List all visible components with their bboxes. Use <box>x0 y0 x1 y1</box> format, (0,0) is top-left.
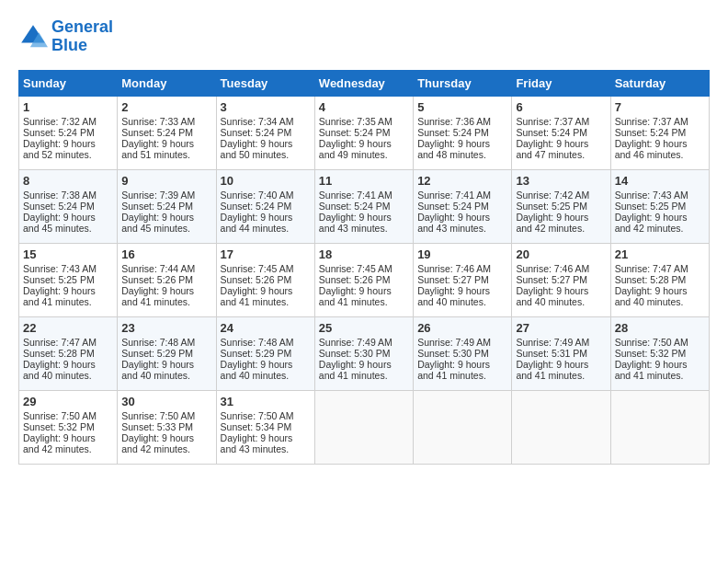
sunrise: Sunrise: 7:49 AM <box>516 337 589 348</box>
calendar-cell: 22Sunrise: 7:47 AMSunset: 5:28 PMDayligh… <box>19 316 118 390</box>
logo-text: General Blue <box>51 18 113 55</box>
daylight: Daylight: 9 hours and 41 minutes. <box>319 359 392 381</box>
sunset: Sunset: 5:25 PM <box>516 201 587 212</box>
calendar-cell: 1Sunrise: 7:32 AMSunset: 5:24 PMDaylight… <box>19 96 118 169</box>
logo: General Blue <box>18 18 113 55</box>
day-number: 2 <box>121 100 211 114</box>
calendar-cell: 31Sunrise: 7:50 AMSunset: 5:34 PMDayligh… <box>216 390 314 464</box>
sunrise: Sunrise: 7:50 AM <box>615 337 688 348</box>
daylight: Daylight: 9 hours and 47 minutes. <box>516 138 588 160</box>
daylight: Daylight: 9 hours and 41 minutes. <box>319 285 392 307</box>
day-number: 30 <box>121 395 211 408</box>
calendar-cell <box>314 390 413 464</box>
header-row: SundayMondayTuesdayWednesdayThursdayFrid… <box>19 70 710 96</box>
calendar-cell: 14Sunrise: 7:43 AMSunset: 5:25 PMDayligh… <box>610 169 709 243</box>
calendar-cell: 16Sunrise: 7:44 AMSunset: 5:26 PMDayligh… <box>118 243 216 316</box>
day-number: 5 <box>417 100 507 114</box>
day-number: 21 <box>615 247 705 261</box>
daylight: Daylight: 9 hours and 43 minutes. <box>221 432 293 454</box>
calendar-cell: 11Sunrise: 7:41 AMSunset: 5:24 PMDayligh… <box>314 169 413 243</box>
day-number: 3 <box>221 100 311 114</box>
sunset: Sunset: 5:24 PM <box>319 201 391 212</box>
calendar-cell: 12Sunrise: 7:41 AMSunset: 5:24 PMDayligh… <box>414 169 512 243</box>
sunrise: Sunrise: 7:38 AM <box>23 190 97 201</box>
calendar-cell <box>512 390 610 464</box>
column-header-friday: Friday <box>512 70 610 96</box>
sunrise: Sunrise: 7:46 AM <box>417 263 491 274</box>
daylight: Daylight: 9 hours and 49 minutes. <box>319 138 392 160</box>
sunset: Sunset: 5:29 PM <box>121 348 193 359</box>
sunset: Sunset: 5:24 PM <box>516 127 587 138</box>
daylight: Daylight: 9 hours and 52 minutes. <box>23 138 96 160</box>
sunrise: Sunrise: 7:49 AM <box>319 337 392 348</box>
calendar-cell: 19Sunrise: 7:46 AMSunset: 5:27 PMDayligh… <box>414 243 512 316</box>
sunset: Sunset: 5:27 PM <box>516 274 587 285</box>
day-number: 20 <box>516 247 606 261</box>
calendar-cell: 3Sunrise: 7:34 AMSunset: 5:24 PMDaylight… <box>216 96 314 169</box>
week-row-5: 29Sunrise: 7:50 AMSunset: 5:32 PMDayligh… <box>19 390 710 464</box>
column-header-wednesday: Wednesday <box>314 70 413 96</box>
calendar-cell: 2Sunrise: 7:33 AMSunset: 5:24 PMDaylight… <box>118 96 216 169</box>
day-number: 8 <box>23 174 113 188</box>
calendar-cell: 17Sunrise: 7:45 AMSunset: 5:26 PMDayligh… <box>216 243 314 316</box>
daylight: Daylight: 9 hours and 40 minutes. <box>23 359 96 381</box>
column-header-tuesday: Tuesday <box>216 70 314 96</box>
day-number: 4 <box>319 100 409 114</box>
daylight: Daylight: 9 hours and 50 minutes. <box>221 138 293 160</box>
sunrise: Sunrise: 7:50 AM <box>23 410 97 421</box>
calendar-cell: 28Sunrise: 7:50 AMSunset: 5:32 PMDayligh… <box>610 316 709 390</box>
calendar-cell: 4Sunrise: 7:35 AMSunset: 5:24 PMDaylight… <box>314 96 413 169</box>
sunrise: Sunrise: 7:34 AM <box>221 116 294 127</box>
daylight: Daylight: 9 hours and 42 minutes. <box>516 212 588 234</box>
day-number: 13 <box>516 174 606 188</box>
daylight: Daylight: 9 hours and 43 minutes. <box>319 212 392 234</box>
sunset: Sunset: 5:24 PM <box>615 127 687 138</box>
sunset: Sunset: 5:24 PM <box>121 201 193 212</box>
daylight: Daylight: 9 hours and 41 minutes. <box>221 285 293 307</box>
sunrise: Sunrise: 7:41 AM <box>319 190 392 201</box>
day-number: 17 <box>221 247 311 261</box>
day-number: 26 <box>417 321 507 335</box>
column-header-sunday: Sunday <box>19 70 118 96</box>
daylight: Daylight: 9 hours and 41 minutes. <box>23 285 96 307</box>
calendar-table: SundayMondayTuesdayWednesdayThursdayFrid… <box>18 70 710 465</box>
calendar-cell: 10Sunrise: 7:40 AMSunset: 5:24 PMDayligh… <box>216 169 314 243</box>
sunrise: Sunrise: 7:42 AM <box>516 190 589 201</box>
sunset: Sunset: 5:33 PM <box>121 421 193 432</box>
day-number: 14 <box>615 174 705 188</box>
daylight: Daylight: 9 hours and 43 minutes. <box>417 212 490 234</box>
column-header-thursday: Thursday <box>414 70 512 96</box>
daylight: Daylight: 9 hours and 40 minutes. <box>615 285 688 307</box>
calendar-cell: 29Sunrise: 7:50 AMSunset: 5:32 PMDayligh… <box>19 390 118 464</box>
sunrise: Sunrise: 7:36 AM <box>417 116 491 127</box>
sunset: Sunset: 5:30 PM <box>319 348 391 359</box>
sunrise: Sunrise: 7:43 AM <box>615 190 688 201</box>
calendar-cell: 8Sunrise: 7:38 AMSunset: 5:24 PMDaylight… <box>19 169 118 243</box>
sunset: Sunset: 5:32 PM <box>615 348 687 359</box>
sunset: Sunset: 5:26 PM <box>221 274 292 285</box>
day-number: 15 <box>23 247 113 261</box>
sunset: Sunset: 5:24 PM <box>417 127 489 138</box>
sunset: Sunset: 5:25 PM <box>615 201 687 212</box>
calendar-cell: 23Sunrise: 7:48 AMSunset: 5:29 PMDayligh… <box>118 316 216 390</box>
daylight: Daylight: 9 hours and 46 minutes. <box>615 138 688 160</box>
daylight: Daylight: 9 hours and 42 minutes. <box>121 432 194 454</box>
calendar-cell: 26Sunrise: 7:49 AMSunset: 5:30 PMDayligh… <box>414 316 512 390</box>
calendar-cell: 5Sunrise: 7:36 AMSunset: 5:24 PMDaylight… <box>414 96 512 169</box>
day-number: 18 <box>319 247 409 261</box>
sunrise: Sunrise: 7:39 AM <box>121 190 195 201</box>
calendar-cell: 9Sunrise: 7:39 AMSunset: 5:24 PMDaylight… <box>118 169 216 243</box>
calendar-cell: 27Sunrise: 7:49 AMSunset: 5:31 PMDayligh… <box>512 316 610 390</box>
sunset: Sunset: 5:34 PM <box>221 421 292 432</box>
calendar-cell <box>414 390 512 464</box>
day-number: 10 <box>221 174 311 188</box>
sunset: Sunset: 5:26 PM <box>121 274 193 285</box>
daylight: Daylight: 9 hours and 45 minutes. <box>23 212 96 234</box>
sunrise: Sunrise: 7:43 AM <box>23 263 97 274</box>
sunset: Sunset: 5:24 PM <box>417 201 489 212</box>
sunset: Sunset: 5:24 PM <box>121 127 193 138</box>
sunrise: Sunrise: 7:37 AM <box>615 116 688 127</box>
calendar-cell: 15Sunrise: 7:43 AMSunset: 5:25 PMDayligh… <box>19 243 118 316</box>
sunrise: Sunrise: 7:45 AM <box>319 263 392 274</box>
logo-icon <box>18 22 48 52</box>
